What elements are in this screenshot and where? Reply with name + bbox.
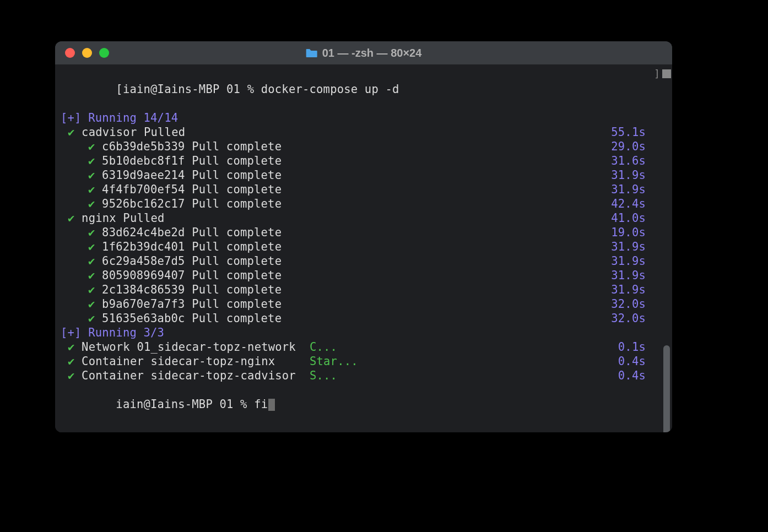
pull-item: ✔ 2c1384c86539 Pull complete31.9s bbox=[61, 283, 667, 297]
check-icon: ✔ bbox=[88, 269, 102, 282]
pull-item: ✔ b9a670e7a7f3 Pull complete32.0s bbox=[61, 297, 667, 311]
titlebar: 01 — -zsh — 80×24 bbox=[55, 41, 672, 64]
pull-item-time: 32.0s bbox=[611, 297, 667, 311]
folder-icon bbox=[306, 48, 318, 58]
check-icon: ✔ bbox=[88, 297, 102, 311]
pull-item-time: 31.9s bbox=[611, 283, 667, 297]
pull-item-text: 9526bc162c17 Pull complete bbox=[102, 197, 282, 210]
check-icon: ✔ bbox=[68, 355, 82, 368]
pull-item: ✔ nginx Pulled41.0s bbox=[61, 211, 667, 225]
run-item-text: Container sidecar-topz-nginx bbox=[82, 355, 310, 368]
pull-item-time: 31.9s bbox=[611, 182, 667, 197]
run-item: ✔ Container sidecar-topz-cadvisor S...0.… bbox=[61, 368, 667, 383]
run-header: [+] Running 3/3 bbox=[61, 325, 667, 340]
pull-item-text: 2c1384c86539 Pull complete bbox=[102, 283, 282, 296]
shell-prompt: iain@Iains-MBP 01 % bbox=[123, 83, 261, 96]
pull-item-text: b9a670e7a7f3 Pull complete bbox=[102, 297, 282, 311]
typed-text: fi bbox=[254, 398, 268, 411]
pull-item: ✔ cadvisor Pulled55.1s bbox=[61, 125, 667, 139]
close-button[interactable] bbox=[65, 48, 75, 58]
traffic-lights bbox=[55, 48, 109, 58]
pull-item: ✔ c6b39de5b339 Pull complete29.0s bbox=[61, 139, 667, 154]
pull-item-text: 51635e63ab0c Pull complete bbox=[102, 312, 282, 325]
pull-item-text: 6c29a458e7d5 Pull complete bbox=[102, 254, 282, 268]
run-item-text: Container sidecar-topz-cadvisor bbox=[82, 369, 310, 382]
check-icon: ✔ bbox=[88, 154, 102, 167]
check-icon: ✔ bbox=[88, 169, 102, 182]
pull-item: ✔ 51635e63ab0c Pull complete32.0s bbox=[61, 311, 667, 325]
pull-item-text: c6b39de5b339 Pull complete bbox=[102, 140, 282, 153]
scroll-box-icon bbox=[662, 69, 671, 78]
run-item-text: Network 01_sidecar-topz-network bbox=[82, 340, 310, 354]
check-icon: ✔ bbox=[88, 197, 102, 210]
check-icon: ✔ bbox=[68, 369, 82, 382]
run-header-text: [+] Running 3/3 bbox=[61, 325, 164, 340]
check-icon: ✔ bbox=[88, 140, 102, 153]
pull-item-time: 29.0s bbox=[611, 139, 667, 154]
command-text: docker-compose up -d bbox=[261, 83, 399, 96]
pull-item: ✔ 6319d9aee214 Pull complete31.9s bbox=[61, 168, 667, 182]
window-title-text: 01 — -zsh — 80×24 bbox=[322, 47, 422, 59]
pull-item-text: 83d624c4be2d Pull complete bbox=[102, 226, 282, 239]
pull-item-time: 32.0s bbox=[611, 311, 667, 325]
check-icon: ✔ bbox=[68, 340, 82, 354]
check-icon: ✔ bbox=[68, 126, 82, 139]
pull-item: ✔ 6c29a458e7d5 Pull complete31.9s bbox=[61, 254, 667, 268]
pull-item-time: 19.0s bbox=[611, 225, 667, 240]
run-item-status: Star... bbox=[310, 355, 358, 368]
command-line: [iain@Iains-MBP 01 % docker-compose up -… bbox=[61, 68, 667, 111]
pull-item-time: 42.4s bbox=[611, 197, 667, 211]
check-icon: ✔ bbox=[68, 211, 82, 225]
run-item-time: 0.1s bbox=[618, 340, 667, 354]
bracket-open: [ bbox=[116, 83, 123, 96]
scrollbar[interactable] bbox=[663, 345, 670, 432]
terminal-body[interactable]: ] [iain@Iains-MBP 01 % docker-compose up… bbox=[55, 64, 672, 432]
pull-item-text: 5b10debc8f1f Pull complete bbox=[102, 154, 282, 167]
pull-item-text: cadvisor Pulled bbox=[82, 126, 185, 139]
run-item-time: 0.4s bbox=[618, 368, 667, 383]
pull-item-time: 31.9s bbox=[611, 268, 667, 283]
pull-item-text: 6319d9aee214 Pull complete bbox=[102, 169, 282, 182]
check-icon: ✔ bbox=[88, 183, 102, 196]
run-item: ✔ Container sidecar-topz-nginx Star...0.… bbox=[61, 354, 667, 368]
pull-item-time: 31.9s bbox=[611, 240, 667, 254]
check-icon: ✔ bbox=[88, 283, 102, 296]
pull-header: [+] Running 14/14 bbox=[61, 111, 667, 125]
pull-item: ✔ 1f62b39dc401 Pull complete31.9s bbox=[61, 240, 667, 254]
bracket-close: ] bbox=[654, 67, 660, 81]
run-item-status: S... bbox=[310, 369, 337, 382]
cursor bbox=[268, 399, 275, 411]
run-list: ✔ Network 01_sidecar-topz-network C...0.… bbox=[61, 340, 667, 383]
pull-item-time: 55.1s bbox=[611, 125, 667, 139]
pull-item-time: 31.9s bbox=[611, 254, 667, 268]
pull-item: ✔ 805908969407 Pull complete31.9s bbox=[61, 268, 667, 283]
check-icon: ✔ bbox=[88, 226, 102, 239]
pull-item-text: nginx Pulled bbox=[82, 211, 165, 225]
shell-prompt-2: iain@Iains-MBP 01 % bbox=[116, 398, 254, 411]
run-item-status: C... bbox=[310, 340, 337, 354]
maximize-button[interactable] bbox=[99, 48, 109, 58]
pull-list: ✔ cadvisor Pulled55.1s✔ c6b39de5b339 Pul… bbox=[61, 125, 667, 325]
pull-item: ✔ 9526bc162c17 Pull complete42.4s bbox=[61, 197, 667, 211]
pull-item-time: 41.0s bbox=[611, 211, 667, 225]
pull-item-text: 4f4fb700ef54 Pull complete bbox=[102, 183, 282, 196]
pull-item-time: 31.6s bbox=[611, 154, 667, 168]
pull-item: ✔ 4f4fb700ef54 Pull complete31.9s bbox=[61, 182, 667, 197]
window-title: 01 — -zsh — 80×24 bbox=[306, 47, 422, 59]
pull-item: ✔ 83d624c4be2d Pull complete19.0s bbox=[61, 225, 667, 240]
pull-header-text: [+] Running 14/14 bbox=[61, 111, 178, 125]
check-icon: ✔ bbox=[88, 312, 102, 325]
check-icon: ✔ bbox=[88, 240, 102, 253]
pull-item-text: 805908969407 Pull complete bbox=[102, 269, 282, 282]
check-icon: ✔ bbox=[88, 254, 102, 268]
terminal-window: 01 — -zsh — 80×24 ] [iain@Iains-MBP 01 %… bbox=[55, 41, 672, 432]
scroll-marker: ] bbox=[654, 67, 671, 81]
pull-item-time: 31.9s bbox=[611, 168, 667, 182]
run-item-time: 0.4s bbox=[618, 354, 667, 368]
pull-item-text: 1f62b39dc401 Pull complete bbox=[102, 240, 282, 253]
run-item: ✔ Network 01_sidecar-topz-network C...0.… bbox=[61, 340, 667, 354]
command-line-2: iain@Iains-MBP 01 % fi bbox=[61, 383, 667, 426]
pull-item: ✔ 5b10debc8f1f Pull complete31.6s bbox=[61, 154, 667, 168]
minimize-button[interactable] bbox=[82, 48, 92, 58]
